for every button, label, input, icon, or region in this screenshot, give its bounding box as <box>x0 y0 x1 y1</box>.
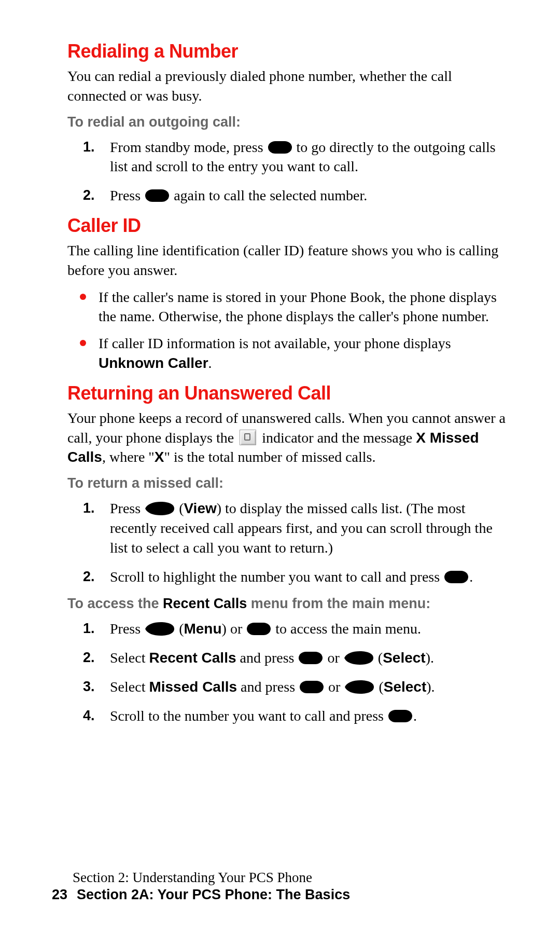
step-return-b1: Press (Menu) or to access the main menu. <box>83 619 508 639</box>
text: ). <box>426 679 435 695</box>
steps-return-a: Press (View) to display the missed calls… <box>83 499 508 586</box>
text: ( <box>175 500 184 516</box>
ok-key-icon <box>300 681 324 693</box>
bullet-dot-icon <box>80 294 86 300</box>
bullet-callerid-1: If the caller's name is stored in your P… <box>78 287 508 327</box>
heading-redial: Redialing a Number <box>67 40 508 62</box>
text: Select <box>110 679 149 695</box>
text-bold: View <box>184 500 216 516</box>
missed-call-indicator-icon <box>240 430 256 445</box>
talk-key-icon <box>145 189 169 202</box>
text: ( <box>374 650 383 666</box>
text: Scroll to the number you want to call an… <box>110 708 387 724</box>
heading-callerid: Caller ID <box>67 215 508 237</box>
text: or <box>324 650 343 666</box>
text: and press <box>236 650 298 666</box>
step-return-b3: Select Missed Calls and press or (Select… <box>83 677 508 697</box>
text: " is the total number of missed calls. <box>164 449 375 465</box>
para-redial-intro: You can redial a previously dialed phone… <box>67 66 508 106</box>
text: . <box>208 355 212 371</box>
text: again to call the selected number. <box>170 187 367 203</box>
footer-section-path: Section 2: Understanding Your PCS Phone <box>73 870 508 886</box>
text: Press <box>110 621 144 637</box>
para-callerid-intro: The calling line identification (caller … <box>67 241 508 280</box>
text-bold: Recent Calls <box>163 596 247 611</box>
text-bold: Select <box>384 679 427 695</box>
page-number: 23 <box>52 887 67 903</box>
softkey-icon <box>145 502 174 515</box>
text: From standby mode, press <box>110 139 267 155</box>
text-bold: Menu <box>184 621 221 637</box>
text: ( <box>175 621 184 637</box>
steps-return-b: Press (Menu) or to access the main menu.… <box>83 619 508 725</box>
text: ). <box>426 650 434 666</box>
subheading-redial: To redial an outgoing call: <box>67 114 508 130</box>
softkey-icon <box>145 622 174 636</box>
step-return-a1: Press (View) to display the missed calls… <box>83 499 508 557</box>
talk-key-icon <box>268 141 292 154</box>
bullet-dot-icon <box>80 340 86 346</box>
text: , where " <box>102 449 155 465</box>
document-page: Redialing a Number You can redial a prev… <box>0 0 560 934</box>
text-bold: Missed Calls <box>149 679 237 695</box>
step-redial-1: From standby mode, press to go directly … <box>83 138 508 177</box>
text: Press <box>110 500 144 516</box>
subheading-return-b: To access the Recent Calls menu from the… <box>67 596 508 612</box>
text-bold: X <box>155 449 164 465</box>
step-return-b2: Select Recent Calls and press or (Select… <box>83 648 508 668</box>
page-footer: Section 2: Understanding Your PCS Phone … <box>52 870 508 903</box>
bullets-callerid: If the caller's name is stored in your P… <box>78 287 508 373</box>
text: ) or <box>222 621 246 637</box>
text-bold: Recent Calls <box>149 650 236 666</box>
footer-line2: 23 Section 2A: Your PCS Phone: The Basic… <box>52 887 508 903</box>
bullet-callerid-2: If caller ID information is not availabl… <box>78 334 508 373</box>
text: ( <box>375 679 383 695</box>
subheading-return-a: To return a missed call: <box>67 475 508 491</box>
step-redial-2: Press again to call the selected number. <box>83 186 508 205</box>
text: Select <box>110 650 149 666</box>
softkey-icon <box>345 680 374 694</box>
para-return-intro: Your phone keeps a record of unanswered … <box>67 408 508 467</box>
text: . <box>413 708 417 724</box>
text: to access the main menu. <box>272 621 421 637</box>
footer-section-title: Section 2A: Your PCS Phone: The Basics <box>77 887 350 903</box>
talk-key-icon <box>388 710 412 722</box>
text-bold: Select <box>383 650 426 666</box>
ok-key-icon <box>247 623 271 635</box>
text-bold: Unknown Caller <box>99 355 208 371</box>
step-return-b4: Scroll to the number you want to call an… <box>83 706 508 726</box>
text: If the caller's name is stored in your P… <box>99 289 497 325</box>
text: If caller ID information is not availabl… <box>99 335 451 351</box>
softkey-icon <box>344 651 373 665</box>
text: . <box>469 569 473 585</box>
steps-redial: From standby mode, press to go directly … <box>83 138 508 205</box>
text: or <box>325 679 344 695</box>
ok-key-icon <box>299 652 323 664</box>
heading-return: Returning an Unanswered Call <box>67 382 508 404</box>
text: Press <box>110 187 144 203</box>
text: To access the <box>67 596 163 611</box>
talk-key-icon <box>444 571 468 583</box>
text: and press <box>237 679 299 695</box>
text: indicator and the message <box>258 430 416 446</box>
step-return-a2: Scroll to highlight the number you want … <box>83 567 508 587</box>
text: Scroll to highlight the number you want … <box>110 569 443 585</box>
text: menu from the main menu: <box>247 596 430 611</box>
